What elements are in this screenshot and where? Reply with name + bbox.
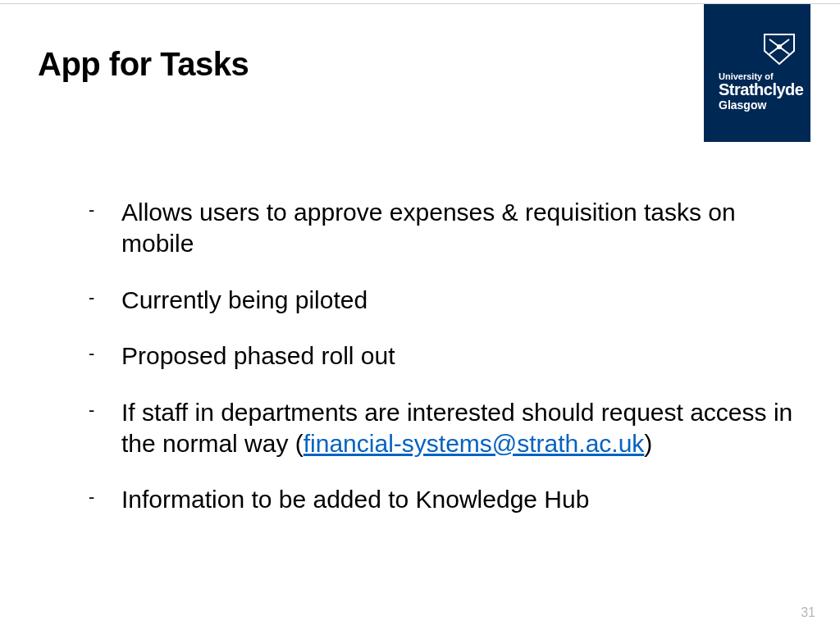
list-item: If staff in departments are interested s…: [82, 397, 799, 460]
slide-title: App for Tasks: [38, 46, 249, 83]
bullet-text: Currently being piloted: [121, 286, 368, 313]
logo-strathclyde: Strathclyde: [719, 81, 802, 98]
list-item: Information to be added to Knowledge Hub: [82, 484, 799, 515]
bullet-text-post: ): [644, 430, 652, 457]
university-logo: University of Strathclyde Glasgow: [704, 4, 810, 142]
email-link[interactable]: financial-systems@strath.ac.uk: [304, 430, 645, 457]
bullet-text: Information to be added to Knowledge Hub: [121, 486, 589, 513]
list-item: Allows users to approve expenses & requi…: [82, 197, 799, 260]
list-item: Currently being piloted: [82, 285, 799, 316]
bullet-text: Allows users to approve expenses & requi…: [121, 199, 736, 257]
list-item: Proposed phased roll out: [82, 340, 799, 372]
logo-glasgow: Glasgow: [719, 99, 802, 112]
page-number: 31: [801, 605, 815, 620]
bullet-text: Proposed phased roll out: [121, 342, 395, 369]
svg-point-2: [777, 44, 782, 49]
crest-icon: [761, 33, 797, 66]
bullet-list: Allows users to approve expenses & requi…: [82, 197, 799, 541]
